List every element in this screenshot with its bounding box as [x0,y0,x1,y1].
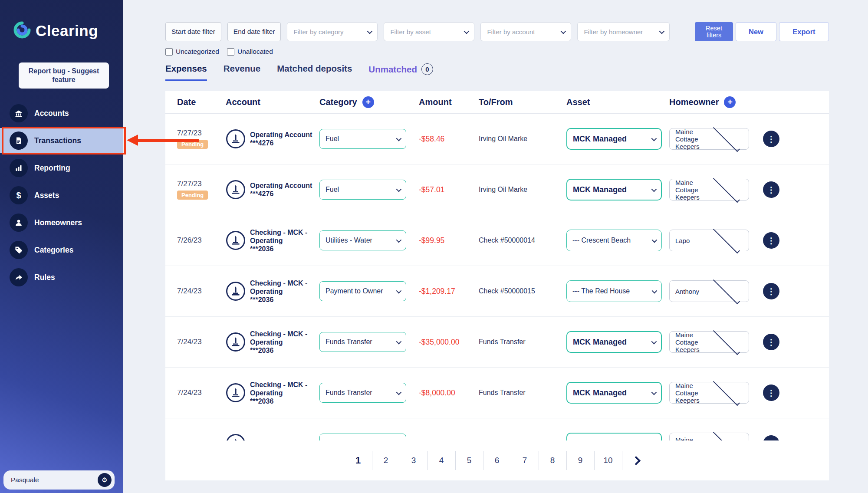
sidebar-item-label: Reporting [34,164,70,173]
asset-dropdown[interactable]: MCK Managed [566,331,662,353]
sidebar-item-assets[interactable]: $ Assets [0,183,123,208]
report-bug-button[interactable]: Report bug - Suggest feature [19,62,109,89]
asset-dropdown[interactable]: MCK Managed [566,382,662,404]
chevron-down-icon [652,237,658,243]
clearing-logo-icon [13,21,31,41]
homeowner-dropdown[interactable]: Lapo [669,230,749,251]
bank-account-icon [226,180,246,200]
row-menu-kebab-icon[interactable]: ⋮ [763,232,779,249]
row-menu-kebab-icon[interactable]: ⋮ [763,283,779,299]
add-category-icon[interactable]: + [362,96,374,108]
row-menu-kebab-icon[interactable]: ⋮ [763,131,779,147]
unallocated-checkbox[interactable] [227,48,234,56]
chevron-down-icon [713,175,740,202]
page-button-10[interactable]: 10 [595,451,622,470]
tab-unmatched[interactable]: Unmatched 0 [368,63,433,81]
transaction-amount: -$8,000.00 [419,388,479,398]
uncategorized-filter: Uncategorized [165,48,219,56]
uncategorized-checkbox[interactable] [165,48,173,56]
category-value: Funds Transfer [326,389,372,397]
chevron-down-icon [713,378,740,405]
sidebar-item-rules[interactable]: Rules [0,265,123,290]
page-button-8[interactable]: 8 [539,451,567,470]
sidebar-item-accounts[interactable]: Accounts [0,101,123,126]
category-dropdown[interactable]: Payment to Owner [319,281,406,301]
row-menu-kebab-icon[interactable]: ⋮ [763,181,779,198]
asset-filter-dropdown[interactable]: Filter by asset [384,22,474,41]
category-dropdown[interactable]: Funds Transfer [319,383,406,403]
chevron-down-icon [367,28,373,34]
page-button-5[interactable]: 5 [456,451,483,470]
account-filter-dropdown[interactable]: Filter by account [480,22,571,41]
action-buttons: Reset filters New Export [695,22,829,41]
uncategorized-label: Uncategorized [176,48,219,56]
homeowner-dropdown[interactable]: Maine Cottage Keepers [669,179,749,200]
asset-dropdown[interactable]: MCK Managed [566,128,662,150]
end-date-filter-button[interactable]: End date filter [227,22,281,41]
homeowner-dropdown[interactable]: Maine Cottage Keepers [669,128,749,150]
asset-dropdown[interactable]: MCK Managed [566,179,662,200]
page-button-2[interactable]: 2 [372,451,400,470]
page-button-3[interactable]: 3 [400,451,428,470]
chevron-down-icon [651,135,657,141]
sidebar-item-label: Categories [34,246,73,255]
chevron-down-icon [713,328,740,355]
tab-label: Revenue [224,63,260,74]
export-button[interactable]: Export [779,22,829,41]
sidebar-item-homeowners[interactable]: Homeowners [0,210,123,235]
tab-label: Unmatched [368,64,417,75]
start-date-filter-button[interactable]: Start date filter [165,22,221,41]
homeowner-value: Maine Cottage Keepers [675,128,709,150]
tab-label: Expenses [165,63,207,74]
category-dropdown[interactable]: Fuel [319,129,406,149]
page-button-7[interactable]: 7 [511,451,539,470]
sidebar-item-categories[interactable]: Categories [0,237,123,263]
table-row: 7/24/23 Checking - MCK -Operating***2036… [165,266,829,317]
homeowner-dropdown[interactable]: Anthony [669,280,749,302]
category-dropdown[interactable]: Utilities - Water [319,230,406,250]
tab-matched-deposits[interactable]: Matched deposits [277,63,352,79]
bank-account-icon [226,230,246,250]
column-category: Category + [319,96,419,108]
category-dropdown[interactable]: Fuel [319,180,406,200]
homeowner-filter-dropdown[interactable]: Filter by homeowner [577,22,670,41]
sidebar-item-label: Assets [34,191,59,200]
gear-icon[interactable]: ⚙ [98,473,112,487]
homeowner-dropdown[interactable]: Maine Cottage Keepers [669,331,749,353]
category-value: Funds Transfer [326,338,372,346]
row-menu-kebab-icon[interactable]: ⋮ [763,334,779,350]
category-filter-placeholder: Filter by category [293,28,343,36]
chevron-down-icon [396,135,402,141]
tab-bar: Expenses Revenue Matched deposits Unmatc… [165,63,433,81]
sidebar-item-label: Homeowners [34,218,82,227]
category-dropdown[interactable]: Funds Transfer [319,332,406,352]
tab-expenses[interactable]: Expenses [165,63,207,81]
column-homeowner-label: Homeowner [669,97,719,107]
add-homeowner-icon[interactable]: + [724,96,736,108]
next-page-button[interactable] [622,451,650,470]
page-button-1[interactable]: 1 [345,451,372,470]
page-button-6[interactable]: 6 [483,451,511,470]
homeowner-value: Anthony [675,288,709,295]
column-asset: Asset [566,97,669,107]
category-value: Utilities - Water [326,237,372,244]
asset-dropdown[interactable]: --- Crescent Beach [566,230,662,251]
page-button-4[interactable]: 4 [428,451,456,470]
category-filter-dropdown[interactable]: Filter by category [287,22,378,41]
asset-dropdown[interactable]: --- The Red House [566,280,662,302]
homeowner-value: Maine Cottage Keepers [675,179,709,201]
user-menu[interactable]: Pasquale ⚙ [3,470,115,490]
sidebar-item-transactions[interactable]: Transactions [0,128,123,153]
homeowner-dropdown[interactable]: Maine Cottage Keepers [669,382,749,404]
chevron-down-icon [396,186,402,192]
transaction-date: 7/27/23 [177,180,226,188]
tab-revenue[interactable]: Revenue [224,63,260,79]
dollar-icon: $ [10,186,28,204]
new-button[interactable]: New [736,22,776,41]
row-menu-kebab-icon[interactable]: ⋮ [763,385,779,401]
table-row: 7/24/23 Checking - MCK -Operating***2036… [165,317,829,368]
page-button-9[interactable]: 9 [567,451,595,470]
asset-value: --- Crescent Beach [572,237,631,244]
sidebar-item-reporting[interactable]: Reporting [0,155,123,181]
reset-filters-button[interactable]: Reset filters [695,22,733,41]
